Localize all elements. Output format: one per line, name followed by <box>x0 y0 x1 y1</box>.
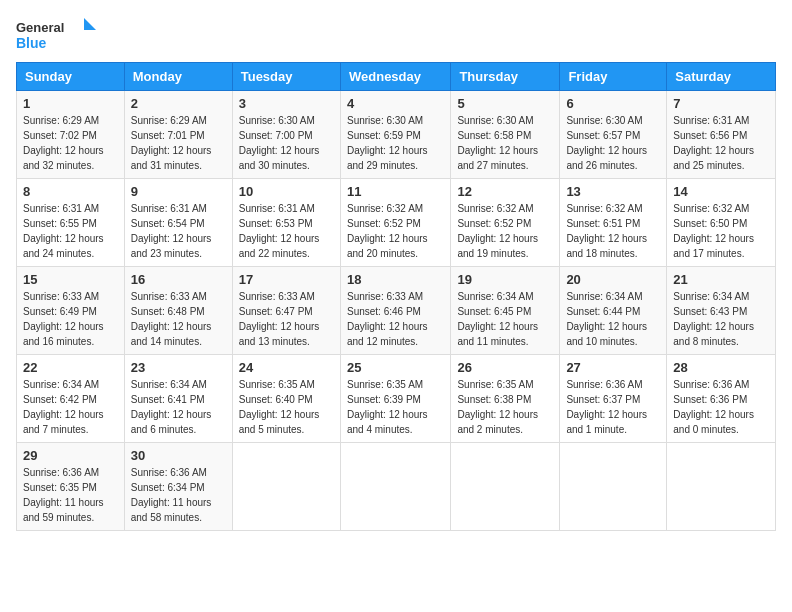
day-info: Sunrise: 6:31 AMSunset: 6:54 PMDaylight:… <box>131 201 226 261</box>
day-info: Sunrise: 6:32 AMSunset: 6:50 PMDaylight:… <box>673 201 769 261</box>
calendar-cell: 19Sunrise: 6:34 AMSunset: 6:45 PMDayligh… <box>451 267 560 355</box>
day-info: Sunrise: 6:31 AMSunset: 6:56 PMDaylight:… <box>673 113 769 173</box>
calendar-cell: 4Sunrise: 6:30 AMSunset: 6:59 PMDaylight… <box>340 91 450 179</box>
day-info: Sunrise: 6:35 AMSunset: 6:39 PMDaylight:… <box>347 377 444 437</box>
day-info: Sunrise: 6:36 AMSunset: 6:34 PMDaylight:… <box>131 465 226 525</box>
day-info: Sunrise: 6:33 AMSunset: 6:48 PMDaylight:… <box>131 289 226 349</box>
day-number: 24 <box>239 360 334 375</box>
svg-text:General: General <box>16 20 64 35</box>
day-info: Sunrise: 6:36 AMSunset: 6:35 PMDaylight:… <box>23 465 118 525</box>
day-number: 9 <box>131 184 226 199</box>
day-info: Sunrise: 6:30 AMSunset: 6:58 PMDaylight:… <box>457 113 553 173</box>
day-info: Sunrise: 6:31 AMSunset: 6:53 PMDaylight:… <box>239 201 334 261</box>
day-number: 26 <box>457 360 553 375</box>
calendar-cell: 26Sunrise: 6:35 AMSunset: 6:38 PMDayligh… <box>451 355 560 443</box>
day-number: 1 <box>23 96 118 111</box>
weekday-header: Saturday <box>667 63 776 91</box>
calendar-cell: 12Sunrise: 6:32 AMSunset: 6:52 PMDayligh… <box>451 179 560 267</box>
svg-marker-2 <box>84 18 96 30</box>
day-info: Sunrise: 6:34 AMSunset: 6:42 PMDaylight:… <box>23 377 118 437</box>
day-number: 23 <box>131 360 226 375</box>
calendar-cell: 5Sunrise: 6:30 AMSunset: 6:58 PMDaylight… <box>451 91 560 179</box>
day-info: Sunrise: 6:35 AMSunset: 6:38 PMDaylight:… <box>457 377 553 437</box>
day-info: Sunrise: 6:30 AMSunset: 6:59 PMDaylight:… <box>347 113 444 173</box>
logo-svg: General Blue <box>16 16 96 54</box>
day-info: Sunrise: 6:30 AMSunset: 6:57 PMDaylight:… <box>566 113 660 173</box>
day-info: Sunrise: 6:34 AMSunset: 6:43 PMDaylight:… <box>673 289 769 349</box>
calendar-cell: 21Sunrise: 6:34 AMSunset: 6:43 PMDayligh… <box>667 267 776 355</box>
day-number: 11 <box>347 184 444 199</box>
day-info: Sunrise: 6:30 AMSunset: 7:00 PMDaylight:… <box>239 113 334 173</box>
calendar-cell: 24Sunrise: 6:35 AMSunset: 6:40 PMDayligh… <box>232 355 340 443</box>
day-info: Sunrise: 6:33 AMSunset: 6:46 PMDaylight:… <box>347 289 444 349</box>
calendar-table: SundayMondayTuesdayWednesdayThursdayFrid… <box>16 62 776 531</box>
calendar-cell <box>560 443 667 531</box>
day-info: Sunrise: 6:32 AMSunset: 6:52 PMDaylight:… <box>347 201 444 261</box>
day-number: 29 <box>23 448 118 463</box>
calendar-cell <box>340 443 450 531</box>
calendar-cell: 25Sunrise: 6:35 AMSunset: 6:39 PMDayligh… <box>340 355 450 443</box>
calendar-week-row: 1Sunrise: 6:29 AMSunset: 7:02 PMDaylight… <box>17 91 776 179</box>
calendar-cell: 1Sunrise: 6:29 AMSunset: 7:02 PMDaylight… <box>17 91 125 179</box>
day-info: Sunrise: 6:36 AMSunset: 6:36 PMDaylight:… <box>673 377 769 437</box>
calendar-week-row: 8Sunrise: 6:31 AMSunset: 6:55 PMDaylight… <box>17 179 776 267</box>
calendar-cell: 27Sunrise: 6:36 AMSunset: 6:37 PMDayligh… <box>560 355 667 443</box>
day-info: Sunrise: 6:34 AMSunset: 6:44 PMDaylight:… <box>566 289 660 349</box>
calendar-cell: 30Sunrise: 6:36 AMSunset: 6:34 PMDayligh… <box>124 443 232 531</box>
day-number: 28 <box>673 360 769 375</box>
day-info: Sunrise: 6:34 AMSunset: 6:45 PMDaylight:… <box>457 289 553 349</box>
calendar-cell: 8Sunrise: 6:31 AMSunset: 6:55 PMDaylight… <box>17 179 125 267</box>
day-info: Sunrise: 6:33 AMSunset: 6:47 PMDaylight:… <box>239 289 334 349</box>
svg-text:Blue: Blue <box>16 35 47 51</box>
weekday-header: Thursday <box>451 63 560 91</box>
day-info: Sunrise: 6:29 AMSunset: 7:02 PMDaylight:… <box>23 113 118 173</box>
day-info: Sunrise: 6:35 AMSunset: 6:40 PMDaylight:… <box>239 377 334 437</box>
calendar-cell <box>232 443 340 531</box>
calendar-cell: 16Sunrise: 6:33 AMSunset: 6:48 PMDayligh… <box>124 267 232 355</box>
day-number: 20 <box>566 272 660 287</box>
calendar-cell: 6Sunrise: 6:30 AMSunset: 6:57 PMDaylight… <box>560 91 667 179</box>
calendar-week-row: 15Sunrise: 6:33 AMSunset: 6:49 PMDayligh… <box>17 267 776 355</box>
calendar-cell: 13Sunrise: 6:32 AMSunset: 6:51 PMDayligh… <box>560 179 667 267</box>
calendar-cell: 28Sunrise: 6:36 AMSunset: 6:36 PMDayligh… <box>667 355 776 443</box>
calendar-week-row: 29Sunrise: 6:36 AMSunset: 6:35 PMDayligh… <box>17 443 776 531</box>
day-number: 7 <box>673 96 769 111</box>
calendar-cell: 10Sunrise: 6:31 AMSunset: 6:53 PMDayligh… <box>232 179 340 267</box>
day-number: 18 <box>347 272 444 287</box>
day-number: 13 <box>566 184 660 199</box>
day-info: Sunrise: 6:29 AMSunset: 7:01 PMDaylight:… <box>131 113 226 173</box>
day-number: 19 <box>457 272 553 287</box>
weekday-header: Tuesday <box>232 63 340 91</box>
day-number: 10 <box>239 184 334 199</box>
weekday-header: Sunday <box>17 63 125 91</box>
day-number: 16 <box>131 272 226 287</box>
day-number: 14 <box>673 184 769 199</box>
day-number: 2 <box>131 96 226 111</box>
calendar-cell: 15Sunrise: 6:33 AMSunset: 6:49 PMDayligh… <box>17 267 125 355</box>
day-number: 6 <box>566 96 660 111</box>
day-number: 3 <box>239 96 334 111</box>
day-number: 15 <box>23 272 118 287</box>
weekday-header-row: SundayMondayTuesdayWednesdayThursdayFrid… <box>17 63 776 91</box>
calendar-cell: 18Sunrise: 6:33 AMSunset: 6:46 PMDayligh… <box>340 267 450 355</box>
calendar-cell: 11Sunrise: 6:32 AMSunset: 6:52 PMDayligh… <box>340 179 450 267</box>
day-number: 5 <box>457 96 553 111</box>
weekday-header: Friday <box>560 63 667 91</box>
calendar-cell: 23Sunrise: 6:34 AMSunset: 6:41 PMDayligh… <box>124 355 232 443</box>
day-info: Sunrise: 6:32 AMSunset: 6:51 PMDaylight:… <box>566 201 660 261</box>
day-number: 21 <box>673 272 769 287</box>
calendar-cell: 2Sunrise: 6:29 AMSunset: 7:01 PMDaylight… <box>124 91 232 179</box>
day-info: Sunrise: 6:31 AMSunset: 6:55 PMDaylight:… <box>23 201 118 261</box>
weekday-header: Wednesday <box>340 63 450 91</box>
calendar-week-row: 22Sunrise: 6:34 AMSunset: 6:42 PMDayligh… <box>17 355 776 443</box>
calendar-cell: 14Sunrise: 6:32 AMSunset: 6:50 PMDayligh… <box>667 179 776 267</box>
logo: General Blue <box>16 16 96 54</box>
page-header: General Blue <box>16 16 776 54</box>
day-number: 25 <box>347 360 444 375</box>
day-info: Sunrise: 6:34 AMSunset: 6:41 PMDaylight:… <box>131 377 226 437</box>
day-number: 27 <box>566 360 660 375</box>
calendar-cell: 7Sunrise: 6:31 AMSunset: 6:56 PMDaylight… <box>667 91 776 179</box>
day-number: 30 <box>131 448 226 463</box>
calendar-cell: 17Sunrise: 6:33 AMSunset: 6:47 PMDayligh… <box>232 267 340 355</box>
calendar-cell: 9Sunrise: 6:31 AMSunset: 6:54 PMDaylight… <box>124 179 232 267</box>
